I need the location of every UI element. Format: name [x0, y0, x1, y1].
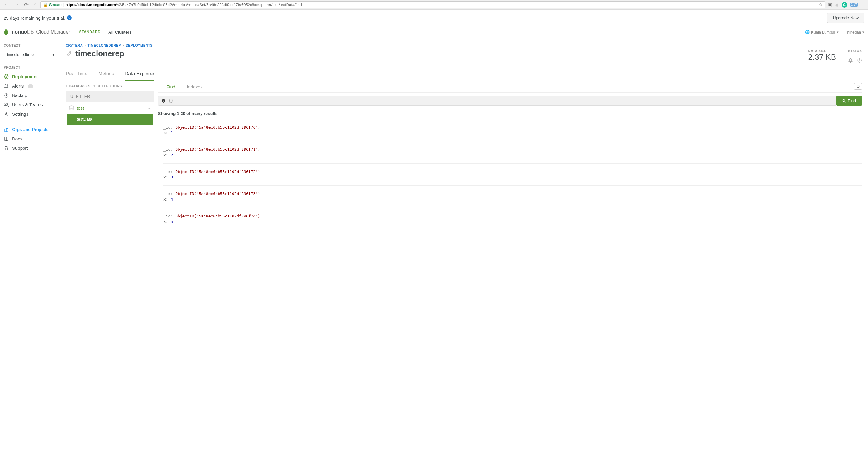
chevron-down-icon: ⌄ [147, 105, 151, 111]
db-count: 1 DATABASES [66, 84, 91, 88]
help-icon[interactable]: ? [67, 16, 72, 20]
back-icon[interactable]: ← [2, 1, 10, 8]
url-bar[interactable]: 🔒 Secure | https://cloud.mongodb.com/v2/… [40, 1, 825, 8]
context-label: CONTEXT [4, 44, 58, 47]
status-stat: STATUS [848, 49, 862, 63]
home-icon[interactable]: ⌂ [32, 1, 38, 8]
svg-point-1 [4, 103, 6, 105]
svg-point-9 [843, 99, 845, 102]
sidebar-item-settings[interactable]: Settings [4, 109, 58, 119]
lock-icon: 🔒 [43, 2, 48, 7]
document-list: _id: ObjectID('5a48ec6db55c1102df896f70'… [158, 119, 862, 230]
filter-input[interactable]: FILTER [66, 91, 154, 102]
reload-icon[interactable]: ⟳ [23, 1, 30, 8]
trial-text: 29 days remaining in your trial. [4, 16, 65, 21]
context-select[interactable]: timeclonedbrep ▾ [4, 50, 58, 59]
tab-data-explorer[interactable]: Data Explorer [125, 68, 154, 81]
extension-icon[interactable]: ◆ [835, 2, 839, 7]
sidebar: CONTEXT timeclonedbrep ▾ PROJECT Deploym… [0, 38, 62, 459]
wrench-icon [66, 51, 72, 57]
search-icon [70, 94, 73, 98]
info-icon[interactable]: i [161, 99, 165, 103]
sidebar-item-users[interactable]: Users & Teams [4, 100, 58, 109]
data-size-stat: DATA SIZE 2.37 KB [808, 49, 836, 62]
bell-icon[interactable] [848, 58, 853, 63]
breadcrumb-link[interactable]: TIMECLONEDBREP [88, 44, 121, 47]
document-row[interactable]: _id: ObjectID('5a48ec6db55c1102df896f73'… [163, 186, 862, 208]
sidebar-item-deployment[interactable]: Deployment [4, 71, 58, 81]
upgrade-button[interactable]: Upgrade Now [827, 13, 864, 23]
collection-count: 1 COLLECTIONS [93, 84, 122, 88]
menu-icon[interactable]: ⋮ [861, 2, 866, 7]
browser-chrome: ← → ⟳ ⌂ 🔒 Secure | https://cloud.mongodb… [0, 0, 868, 10]
sub-tabs: Find Indexes [158, 81, 862, 93]
tab-all-clusters[interactable]: All Clusters [108, 30, 132, 34]
golang-badge[interactable]: 1.17 [850, 3, 858, 7]
url-text: https://cloud.mongodb.com/v2/5a47a7b2df9… [65, 2, 302, 7]
tab-metrics[interactable]: Metrics [98, 68, 114, 81]
results-summary: Showing 1-20 of many results [158, 109, 862, 119]
secure-badge: 🔒 Secure | [43, 2, 64, 7]
star-icon[interactable]: ☆ [819, 2, 823, 7]
query-input[interactable]: i {} [158, 96, 836, 106]
brand-logo[interactable]: mongoDB Cloud Manager [4, 29, 70, 35]
explorer-sidebar: 1 DATABASES 1 COLLECTIONS FILTER test ⌄ … [66, 81, 154, 230]
secure-label: Secure [49, 2, 62, 7]
tab-standard[interactable]: STANDARD [79, 30, 100, 34]
page-title: timeclonerep [66, 49, 124, 58]
deployment-icon [4, 74, 9, 79]
grammarly-icon[interactable]: G [842, 2, 847, 7]
main-content: CRYTERA › TIMECLONEDBREP › DEPLOYMENTS t… [62, 38, 868, 459]
sidebar-item-backup[interactable]: Backup [4, 91, 58, 100]
svg-text:i: i [163, 99, 164, 103]
document-row[interactable]: _id: ObjectID('5a48ec6db55c1102df896f71'… [163, 141, 862, 163]
book-icon [4, 137, 9, 141]
sidebar-item-docs[interactable]: Docs [4, 134, 58, 143]
database-row[interactable]: test ⌄ [66, 102, 154, 114]
svg-point-6 [70, 106, 73, 107]
backup-icon [4, 93, 9, 98]
chevron-down-icon: ▾ [862, 30, 864, 34]
refresh-button[interactable] [854, 83, 862, 90]
leaf-icon [4, 29, 8, 35]
bell-icon [4, 84, 9, 88]
trial-banner: 29 days remaining in your trial. ? Upgra… [0, 10, 868, 26]
database-icon [69, 105, 73, 110]
main-tabs: Real Time Metrics Data Explorer [66, 68, 862, 81]
breadcrumb-link[interactable]: DEPLOYMENTS [126, 44, 153, 47]
users-icon [4, 103, 9, 107]
svg-point-3 [6, 113, 7, 115]
explorer-content: Find Indexes i {} Find Showing 1-20 of m… [154, 81, 862, 230]
gift-icon [4, 127, 9, 132]
tab-realtime[interactable]: Real Time [66, 68, 88, 81]
collection-row[interactable]: testData [67, 114, 153, 125]
breadcrumb-link[interactable]: CRYTERA [66, 44, 83, 47]
document-row[interactable]: _id: ObjectID('5a48ec6db55c1102df896f72'… [163, 164, 862, 186]
document-row[interactable]: _id: ObjectID('5a48ec6db55c1102df896f74'… [163, 208, 862, 230]
history-icon[interactable] [857, 58, 862, 63]
breadcrumb: CRYTERA › TIMECLONEDBREP › DEPLOYMENTS [66, 44, 862, 47]
sidebar-item-alerts[interactable]: Alerts 0 [4, 81, 58, 91]
svg-point-5 [70, 95, 72, 97]
project-label: PROJECT [4, 65, 58, 69]
alerts-count-badge: 0 [28, 84, 33, 88]
browser-extension-icons: ▣ ◆ G 1.17 ⋮ [828, 2, 866, 7]
document-row[interactable]: _id: ObjectID('5a48ec6db55c1102df896f70'… [163, 119, 862, 141]
subtab-indexes[interactable]: Indexes [187, 84, 203, 89]
sidebar-item-orgs[interactable]: Orgs and Projects [4, 125, 58, 134]
app-header: mongoDB Cloud Manager STANDARD All Clust… [0, 26, 868, 38]
chevron-down-icon: ▾ [837, 30, 839, 34]
svg-point-2 [7, 104, 8, 105]
chevron-down-icon: ▾ [53, 52, 55, 57]
user-dropdown[interactable]: Thinegan ▾ [845, 30, 864, 34]
sidebar-item-support[interactable]: Support [4, 143, 58, 153]
headset-icon [4, 146, 9, 151]
region-dropdown[interactable]: 🌐 Kuala Lumpur ▾ [805, 30, 839, 34]
globe-icon: 🌐 [805, 30, 810, 34]
subtab-find[interactable]: Find [166, 84, 175, 89]
forward-icon: → [13, 1, 21, 8]
gear-icon [4, 112, 9, 117]
find-button[interactable]: Find [836, 96, 862, 106]
cast-icon[interactable]: ▣ [828, 2, 832, 7]
